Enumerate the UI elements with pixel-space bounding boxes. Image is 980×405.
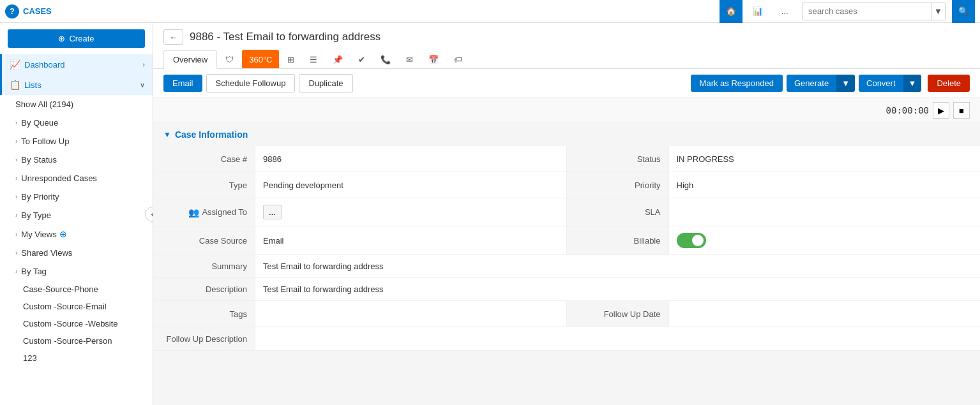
form-left-type: Type Pending development <box>153 172 567 198</box>
sidebar-sub-custom-source-email[interactable]: Custom -Source-Email <box>0 298 153 315</box>
sidebar-sub-123[interactable]: 123 <box>0 350 153 367</box>
brand: ? CASES <box>5 4 52 18</box>
sidebar-item-by-status[interactable]: › By Status <box>0 151 153 169</box>
tab-overview[interactable]: Overview <box>163 50 217 69</box>
tab-shield[interactable]: 🛡 <box>218 50 241 68</box>
schedule-followup-button[interactable]: Schedule Followup <box>206 74 296 92</box>
tab-phone[interactable]: 📞 <box>373 50 398 68</box>
email-button[interactable]: Email <box>163 75 202 92</box>
create-button[interactable]: ⊕ Create <box>8 29 145 48</box>
chevron-right-icon: › <box>15 175 17 182</box>
sidebar-by-priority-label: By Priority <box>21 192 59 202</box>
summary-label: Summary <box>153 255 255 277</box>
sidebar-item-by-type[interactable]: › By Type <box>0 206 153 225</box>
form-right-status: Status IN PROGRESS <box>567 146 981 172</box>
brand-icon: ? <box>5 4 19 18</box>
assigned-to-button[interactable]: ... <box>263 205 282 219</box>
mark-as-responded-button[interactable]: Mark as Responded <box>691 75 783 92</box>
form-left-source: Case Source Email <box>153 226 567 254</box>
form-row-followup-description: Follow Up Description <box>153 327 980 351</box>
form-summary-full: Summary Test Email to forwarding address <box>153 255 980 277</box>
search-button[interactable]: 🔍 <box>952 0 975 23</box>
delete-button[interactable]: Delete <box>928 75 970 92</box>
tab-mail[interactable]: ✉ <box>399 50 420 68</box>
sidebar-item-by-queue[interactable]: › By Queue <box>0 114 153 132</box>
tab-calendar[interactable]: 📅 <box>421 50 446 68</box>
form-row-case-status: Case # 9886 Status IN PROGRESS <box>153 146 980 172</box>
tab-grid[interactable]: ⊞ <box>280 50 301 68</box>
more-icon-btn[interactable]: ... <box>773 0 796 23</box>
sidebar-item-unresponded-cases[interactable]: › Unresponded Cases <box>0 169 153 188</box>
tab-pin[interactable]: 📌 <box>326 50 350 68</box>
form-row-tags-followup: Tags Follow Up Date <box>153 301 980 327</box>
sidebar-item-my-views[interactable]: › My Views ⊕ <box>0 225 153 244</box>
billable-value <box>669 226 981 254</box>
form-left-case: Case # 9886 <box>153 146 567 172</box>
tags-value[interactable] <box>255 301 567 327</box>
search-dropdown[interactable]: ▼ <box>931 3 945 20</box>
sidebar: ⊕ Create 📈 Dashboard › 📋 Lists ∨ Show Al… <box>0 23 153 405</box>
back-button[interactable]: ← <box>163 29 183 45</box>
convert-button[interactable]: Convert <box>859 75 903 92</box>
search-input[interactable] <box>803 6 931 16</box>
timer-stop-button[interactable]: ■ <box>953 102 970 119</box>
back-icon: ← <box>169 33 177 42</box>
tab-list[interactable]: ☰ <box>303 50 324 68</box>
convert-dropdown-button[interactable]: ▼ <box>903 75 922 92</box>
chart-icon-btn[interactable]: 📊 <box>746 0 769 23</box>
duplicate-button[interactable]: Duplicate <box>299 74 352 92</box>
layout: ⊕ Create 📈 Dashboard › 📋 Lists ∨ Show Al… <box>0 23 980 405</box>
chevron-down-icon: ▼ <box>934 6 942 16</box>
tab-tag[interactable]: 🏷 <box>447 50 469 68</box>
chevron-right-icon: › <box>15 231 17 238</box>
sidebar-my-views-label: My Views <box>21 230 56 239</box>
sidebar-by-type-label: By Type <box>21 210 51 220</box>
form-row-type-priority: Type Pending development Priority High <box>153 172 980 198</box>
tab-360[interactable]: 360°C <box>242 50 279 68</box>
timer-play-button[interactable]: ▶ <box>933 102 949 119</box>
create-label: Create <box>69 34 94 43</box>
sidebar-item-by-priority[interactable]: › By Priority <box>0 188 153 206</box>
chevron-right-icon: › <box>15 249 17 256</box>
shield-icon: 🛡 <box>225 55 234 64</box>
grid-icon: ⊞ <box>287 55 294 64</box>
form-left-tags: Tags <box>153 301 567 327</box>
sidebar-item-to-follow-up[interactable]: › To Follow Up <box>0 132 153 151</box>
priority-value: High <box>669 172 981 198</box>
brand-name: CASES <box>23 6 52 16</box>
generate-button[interactable]: Generate <box>787 75 836 92</box>
follow-up-date-value[interactable] <box>669 301 981 327</box>
sidebar-to-follow-up-label: To Follow Up <box>21 136 69 146</box>
case-tabs: Overview 🛡 360°C ⊞ ☰ 📌 ✔ <box>163 50 970 68</box>
list-lines-icon: ☰ <box>310 55 317 64</box>
type-label: Type <box>153 172 255 198</box>
sla-value <box>669 198 981 226</box>
play-icon: ▶ <box>938 106 944 115</box>
sidebar-item-lists[interactable]: 📋 Lists ∨ <box>0 75 153 95</box>
action-buttons-row: Email Schedule Followup Duplicate Mark a… <box>153 69 980 98</box>
home-icon-btn[interactable]: 🏠 <box>720 0 743 23</box>
billable-toggle[interactable] <box>677 233 706 248</box>
sidebar-item-shared-views[interactable]: › Shared Views <box>0 244 153 262</box>
follow-up-date-label: Follow Up Date <box>567 301 669 327</box>
form-row-source-billable: Case Source Email Billable <box>153 226 980 255</box>
case-number-label: Case # <box>153 146 255 172</box>
case-title-row: ← 9886 - Test Email to forwarding addres… <box>163 29 970 45</box>
generate-dropdown-button[interactable]: ▼ <box>836 75 855 92</box>
stop-icon: ■ <box>959 106 964 115</box>
form-grid: Case # 9886 Status IN PROGRESS <box>153 146 980 351</box>
chevron-down-icon: ▼ <box>841 78 850 88</box>
sidebar-sub-case-source-phone[interactable]: Case-Source-Phone <box>0 281 153 298</box>
collapse-icon[interactable]: ▼ <box>163 130 171 139</box>
sidebar-item-show-all[interactable]: Show All (2194) <box>0 95 153 114</box>
main-content: ← 9886 - Test Email to forwarding addres… <box>153 23 980 405</box>
convert-button-group: Convert ▼ <box>859 75 921 92</box>
status-value: IN PROGRESS <box>669 146 981 172</box>
sidebar-sub-custom-source-website[interactable]: Custom -Source -Website <box>0 315 153 332</box>
sidebar-sub-custom-source-person[interactable]: Custom -Source-Person <box>0 332 153 350</box>
tab-check[interactable]: ✔ <box>351 50 372 68</box>
sidebar-item-dashboard[interactable]: 📈 Dashboard › <box>0 54 153 75</box>
chevron-right-icon: › <box>15 193 17 200</box>
sidebar-item-by-tag[interactable]: › By Tag <box>0 262 153 281</box>
summary-value: Test Email to forwarding address <box>255 255 980 277</box>
